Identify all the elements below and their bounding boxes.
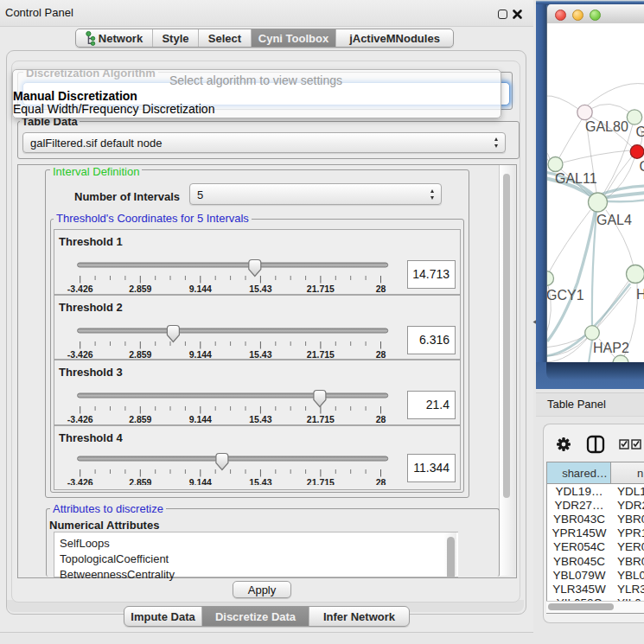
svg-text:GA: GA — [636, 124, 644, 139]
svg-text:C: C — [640, 159, 644, 174]
svg-text:15.43: 15.43 — [249, 349, 271, 359]
svg-text:2.859: 2.859 — [129, 284, 151, 294]
svg-text:GAL11: GAL11 — [555, 171, 597, 186]
svg-text:9.144: 9.144 — [189, 284, 212, 294]
svg-text:21.715: 21.715 — [307, 349, 335, 359]
svg-text:9.144: 9.144 — [189, 477, 212, 485]
svg-text:15.43: 15.43 — [249, 284, 271, 294]
svg-text:-3.426: -3.426 — [67, 349, 93, 359]
svg-text:15.43: 15.43 — [249, 477, 271, 485]
svg-text:28: 28 — [376, 477, 386, 485]
svg-text:9.144: 9.144 — [189, 349, 212, 359]
svg-text:21.715: 21.715 — [307, 284, 335, 294]
svg-text:GAL80: GAL80 — [585, 119, 628, 134]
svg-text:2.859: 2.859 — [129, 477, 151, 485]
svg-text:GCY1: GCY1 — [547, 288, 584, 303]
svg-text:H: H — [636, 287, 644, 302]
svg-text:-3.426: -3.426 — [67, 477, 93, 485]
svg-text:28: 28 — [376, 349, 386, 359]
svg-text:2.859: 2.859 — [129, 349, 151, 359]
svg-text:28: 28 — [376, 284, 386, 294]
svg-text:-3.426: -3.426 — [67, 284, 93, 294]
svg-text:GAL4: GAL4 — [596, 213, 632, 227]
svg-text:21.715: 21.715 — [307, 477, 335, 485]
svg-text:HAP2: HAP2 — [593, 341, 629, 355]
